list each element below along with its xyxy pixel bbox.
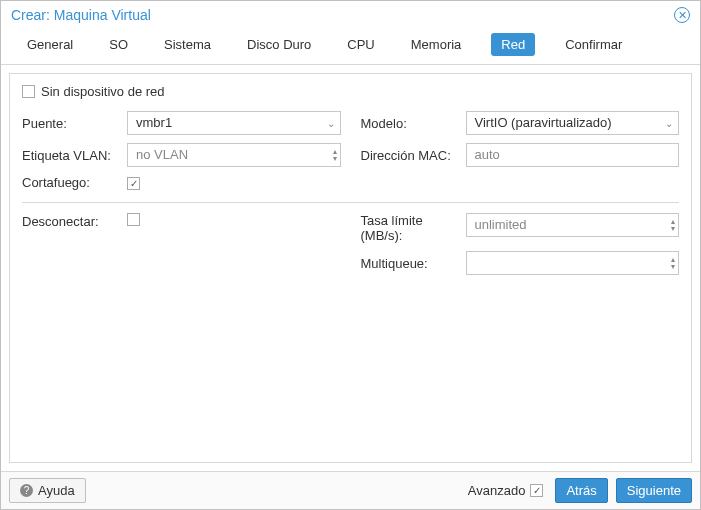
bridge-select[interactable]: vmbr1 ⌄ [127,111,341,135]
mac-label: Dirección MAC: [361,148,466,163]
tab-so[interactable]: SO [103,33,134,56]
tab-red[interactable]: Red [491,33,535,56]
vlan-value: no VLAN [127,143,341,167]
help-button[interactable]: ? Ayuda [9,478,86,503]
back-label: Atrás [566,483,596,498]
tab-cpu[interactable]: CPU [341,33,380,56]
close-icon[interactable]: ✕ [674,7,690,23]
no-network-device-checkbox[interactable] [22,85,35,98]
create-vm-window: Crear: Maquina Virtual ✕ General SO Sist… [0,0,701,510]
multiqueue-value [466,251,680,275]
help-label: Ayuda [38,483,75,498]
model-select[interactable]: VirtIO (paravirtualizado) ⌄ [466,111,680,135]
firewall-checkbox[interactable] [127,177,140,190]
rate-limit-label: Tasa límite (MB/s): [361,213,466,243]
advanced-label: Avanzado [468,483,526,498]
form-panel: Sin dispositivo de red Puente: vmbr1 ⌄ E… [9,73,692,463]
advanced-checkbox[interactable] [530,484,543,497]
advanced-toggle[interactable]: Avanzado [468,483,544,498]
tab-confirmar[interactable]: Confirmar [559,33,628,56]
next-button[interactable]: Siguiente [616,478,692,503]
tab-memoria[interactable]: Memoria [405,33,468,56]
vlan-label: Etiqueta VLAN: [22,148,127,163]
bridge-label: Puente: [22,116,127,131]
multiqueue-input[interactable]: ▴▾ [466,251,680,275]
model-value: VirtIO (paravirtualizado) [466,111,680,135]
separator [22,202,679,203]
multiqueue-label: Multiqueue: [361,256,466,271]
vlan-input[interactable]: no VLAN ▴▾ [127,143,341,167]
disconnect-checkbox[interactable] [127,213,140,226]
tab-disco-duro[interactable]: Disco Duro [241,33,317,56]
model-label: Modelo: [361,116,466,131]
rate-limit-input[interactable]: unlimited ▴▾ [466,213,680,237]
tab-general[interactable]: General [21,33,79,56]
footer: ? Ayuda Avanzado Atrás Siguiente [1,471,700,509]
bridge-value: vmbr1 [127,111,341,135]
no-network-device-row: Sin dispositivo de red [22,84,679,99]
disconnect-label: Desconectar: [22,214,127,229]
window-title: Crear: Maquina Virtual [11,7,151,23]
help-icon: ? [20,484,33,497]
firewall-label: Cortafuego: [22,175,127,190]
titlebar: Crear: Maquina Virtual ✕ [1,1,700,23]
rate-limit-value: unlimited [466,213,680,237]
no-network-device-label: Sin dispositivo de red [41,84,165,99]
mac-input[interactable]: auto [466,143,680,167]
back-button[interactable]: Atrás [555,478,607,503]
tab-sistema[interactable]: Sistema [158,33,217,56]
content-area: Sin dispositivo de red Puente: vmbr1 ⌄ E… [1,65,700,471]
wizard-tabs: General SO Sistema Disco Duro CPU Memori… [1,23,700,65]
mac-value: auto [466,143,680,167]
next-label: Siguiente [627,483,681,498]
